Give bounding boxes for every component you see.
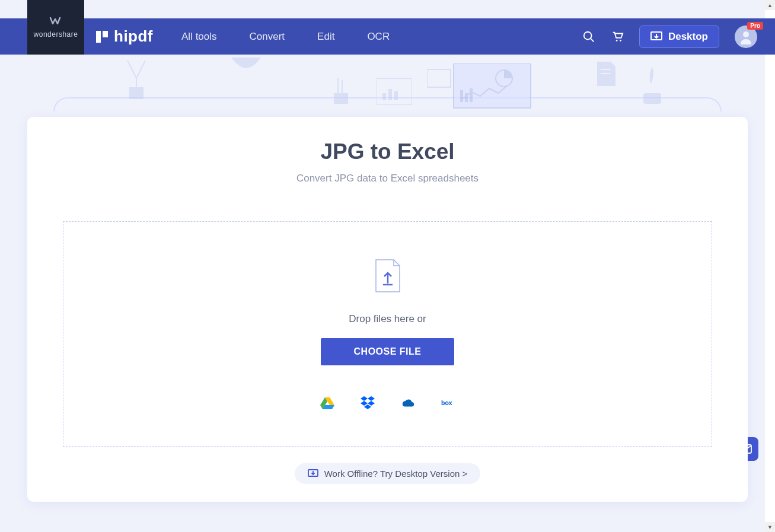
download-icon	[308, 469, 318, 479]
page-title: JPG to Excel	[63, 139, 712, 164]
onedrive-icon[interactable]	[401, 396, 415, 409]
hipdf-icon	[95, 30, 109, 44]
svg-point-5	[620, 40, 621, 42]
svg-rect-1	[103, 31, 108, 37]
svg-rect-19	[460, 90, 463, 102]
wondershare-icon	[49, 16, 63, 27]
svg-rect-20	[465, 93, 468, 102]
svg-rect-24	[643, 93, 661, 104]
svg-rect-16	[427, 69, 451, 87]
main-card: JPG to Excel Convert JPG data to Excel s…	[27, 117, 748, 502]
document-icon	[596, 60, 617, 87]
scroll-up-icon[interactable]: ▲	[765, 0, 775, 10]
dropbox-icon[interactable]	[361, 396, 375, 409]
choose-file-button[interactable]: CHOOSE FILE	[321, 338, 455, 365]
svg-rect-0	[96, 31, 101, 43]
svg-point-2	[584, 31, 592, 39]
svg-line-3	[591, 38, 594, 42]
nav-convert[interactable]: Convert	[250, 31, 285, 43]
svg-rect-15	[394, 91, 398, 100]
offline-button[interactable]: Work Offline? Try Desktop Version >	[295, 463, 481, 484]
page-subtitle: Convert JPG data to Excel spreadsheets	[63, 173, 712, 184]
drop-text: Drop files here or	[349, 313, 426, 325]
scrollbar[interactable]: ▲ ▼	[765, 0, 775, 532]
plant-icon	[119, 55, 154, 102]
wondershare-text: wondershare	[34, 30, 78, 39]
scroll-down-icon[interactable]: ▼	[765, 522, 775, 532]
lamp-icon	[225, 55, 267, 78]
logo-text: hipdf	[114, 27, 153, 46]
svg-text:box: box	[441, 399, 452, 406]
chart-icon	[377, 78, 412, 105]
cart-icon[interactable]	[611, 30, 624, 43]
svg-point-4	[616, 40, 618, 42]
upload-file-icon	[374, 259, 402, 293]
svg-rect-14	[388, 89, 392, 100]
dropzone[interactable]: Drop files here or CHOOSE FILE box	[63, 221, 712, 447]
nav-ocr[interactable]: OCR	[367, 31, 390, 43]
desktop-button[interactable]: Desktop	[639, 26, 719, 48]
download-icon	[650, 31, 662, 42]
pencils-icon	[329, 75, 353, 105]
box-icon[interactable]: box	[441, 396, 455, 409]
svg-rect-11	[334, 93, 348, 104]
offline-label: Work Offline? Try Desktop Version >	[324, 469, 468, 479]
desktop-label: Desktop	[668, 31, 708, 43]
nav-all-tools[interactable]: All tools	[181, 31, 217, 43]
google-drive-icon[interactable]	[320, 396, 334, 409]
wondershare-badge[interactable]: wondershare	[27, 0, 84, 55]
pen-icon	[637, 63, 667, 105]
nav-edit[interactable]: Edit	[317, 31, 334, 43]
navbar: hipdf All tools Convert Edit OCR Desktop…	[0, 18, 775, 55]
svg-point-7	[743, 31, 749, 37]
hero-decorations	[0, 55, 775, 117]
dashboard-icon	[427, 63, 534, 111]
svg-rect-21	[470, 88, 473, 102]
svg-rect-8	[129, 87, 143, 99]
svg-rect-13	[382, 93, 386, 100]
logo[interactable]: hipdf	[95, 27, 153, 46]
pro-badge: Pro	[747, 22, 763, 30]
user-icon	[738, 29, 754, 44]
search-icon[interactable]	[582, 30, 595, 43]
